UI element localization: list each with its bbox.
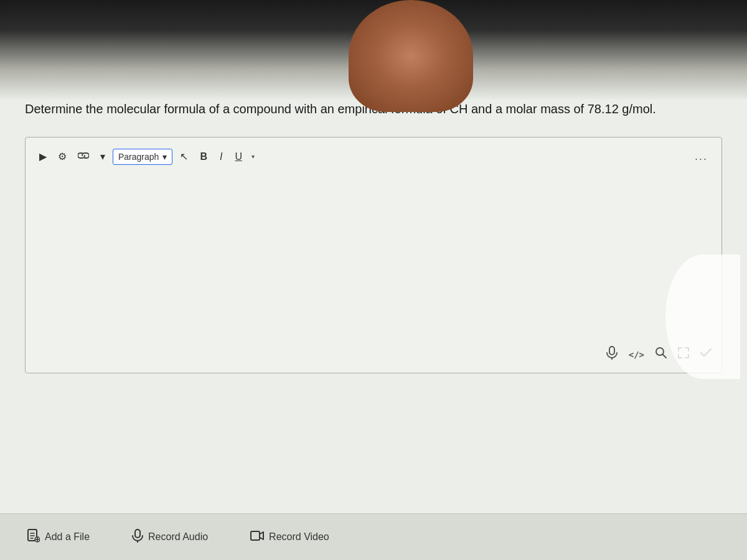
record-audio-button[interactable]: Record Audio	[129, 524, 210, 550]
mic-button[interactable]	[605, 345, 619, 364]
text-editor[interactable]	[35, 173, 712, 347]
svg-rect-13	[251, 531, 260, 540]
toolbar: ▶ ⚙ ▾ Paragraph ▾ ↖	[35, 147, 712, 166]
dropdown-chevron-icon: ▾	[162, 152, 167, 162]
add-file-button[interactable]: Add a File	[25, 524, 92, 550]
play-icon: ▶	[39, 151, 47, 162]
svg-rect-0	[609, 347, 614, 355]
link-button[interactable]	[74, 149, 93, 165]
record-video-button[interactable]: Record Video	[248, 526, 332, 548]
search-button[interactable]	[654, 346, 668, 363]
italic-label: I	[220, 151, 222, 162]
play-button[interactable]: ▶	[35, 148, 50, 165]
record-video-label: Record Video	[269, 531, 329, 543]
bold-label: B	[200, 151, 207, 162]
decorative-shape	[665, 254, 740, 379]
main-content: Determine the molecular formula of a com…	[0, 75, 747, 560]
search-icon	[655, 347, 667, 362]
more-options-button[interactable]: ...	[691, 147, 712, 166]
paragraph-dropdown[interactable]: Paragraph ▾	[113, 149, 172, 165]
paragraph-label: Paragraph	[118, 152, 159, 162]
underline-dropdown-button[interactable]: ▾	[250, 151, 256, 162]
mic-icon	[606, 346, 618, 363]
chevron-down-icon: ▾	[100, 151, 105, 162]
answer-box: ▶ ⚙ ▾ Paragraph ▾ ↖	[25, 137, 722, 373]
link-icon	[78, 151, 89, 162]
record-video-icon	[250, 531, 264, 543]
cursor-icon: ↖	[180, 151, 188, 162]
record-audio-label: Record Audio	[148, 531, 208, 543]
finger-shape	[349, 0, 473, 112]
italic-button[interactable]: I	[215, 149, 227, 164]
settings-button[interactable]: ⚙	[54, 148, 70, 165]
add-file-label: Add a File	[45, 531, 90, 543]
code-icon: </>	[629, 350, 644, 360]
code-button[interactable]: </>	[627, 348, 646, 361]
add-file-icon	[27, 529, 40, 545]
underline-label: U	[235, 151, 242, 162]
svg-rect-11	[135, 530, 140, 538]
more-toolbar-button[interactable]: ▾	[96, 148, 109, 165]
footer-bar: Add a File Record Audio Record Video	[0, 513, 747, 560]
underline-button[interactable]: U	[230, 149, 247, 164]
hand-overlay	[0, 0, 747, 100]
ellipsis-icon: ...	[695, 150, 708, 162]
settings-icon: ⚙	[58, 151, 67, 162]
svg-line-3	[663, 355, 667, 358]
cursor-button[interactable]: ↖	[176, 148, 192, 165]
bold-button[interactable]: B	[195, 149, 212, 164]
underline-dropdown-icon: ▾	[251, 153, 255, 160]
record-audio-icon	[132, 529, 143, 545]
